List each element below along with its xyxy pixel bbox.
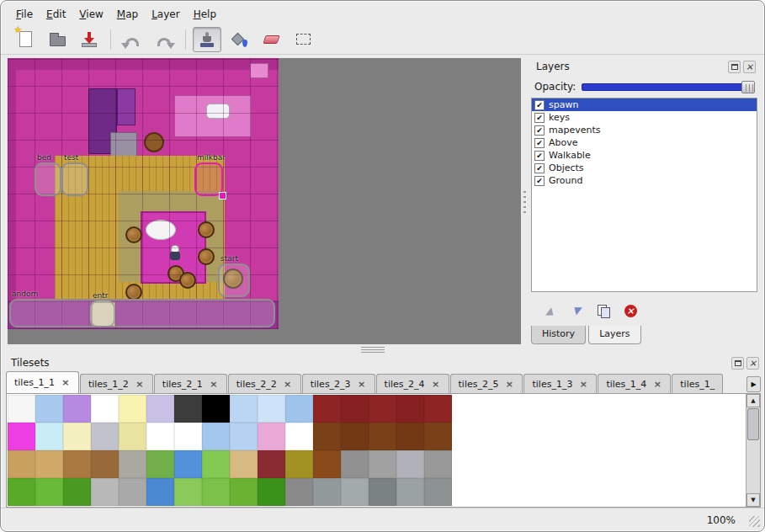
tileset-tab-tiles_2_5[interactable]: tiles_2_5 <box>450 374 523 393</box>
menu-item-view[interactable]: View <box>72 6 109 23</box>
tileset-tab-tiles_1_1[interactable]: tiles_1_1 <box>6 371 79 393</box>
horizontal-splitter[interactable] <box>4 344 759 354</box>
tileset-tab-tiles_2_2[interactable]: tiles_2_2 <box>228 374 301 393</box>
tab-close-icon[interactable] <box>61 378 71 388</box>
tab-close-icon[interactable] <box>135 379 145 389</box>
tileset-tab-tiles_1_3[interactable]: tiles_1_3 <box>523 374 597 393</box>
tab-close-icon[interactable] <box>283 379 293 389</box>
tileset-tile[interactable] <box>258 450 285 478</box>
tileset-tile[interactable] <box>230 450 258 478</box>
open-file-button[interactable] <box>43 27 72 52</box>
tileset-tab-tiles_2_1[interactable]: tiles_2_1 <box>154 374 227 393</box>
tileset-tile[interactable] <box>341 423 369 450</box>
tileset-tile[interactable] <box>369 478 396 506</box>
tileset-tile[interactable] <box>35 450 63 478</box>
layer-row-Above[interactable]: Above <box>532 136 757 149</box>
tileset-tile[interactable] <box>8 478 35 506</box>
map-object-milkbar[interactable]: milkbar <box>194 162 223 196</box>
layer-visibility-checkbox[interactable] <box>534 113 545 123</box>
tileset-tile[interactable] <box>174 450 202 478</box>
tileset-tile[interactable] <box>91 395 119 423</box>
float-button[interactable] <box>731 357 744 370</box>
map-view[interactable]: bedtestmilkbarstartentrandom <box>8 58 521 344</box>
layer-visibility-checkbox[interactable] <box>534 125 545 136</box>
tileset-view[interactable]: ▲ ▼ <box>6 393 761 508</box>
layer-row-mapevents[interactable]: mapevents <box>532 124 757 136</box>
tileset-tile[interactable] <box>369 423 396 450</box>
tileset-tile[interactable] <box>313 395 341 423</box>
tileset-tile[interactable] <box>174 423 202 450</box>
map-object-test[interactable]: test <box>61 162 88 196</box>
tileset-tile[interactable] <box>258 423 285 450</box>
tileset-tile[interactable] <box>63 450 91 478</box>
tileset-tile[interactable] <box>424 395 452 423</box>
vertical-splitter[interactable] <box>522 58 529 344</box>
tileset-tile[interactable] <box>35 423 63 450</box>
tileset-tile[interactable] <box>341 478 369 506</box>
tileset-tile[interactable] <box>91 478 119 506</box>
duplicate-layer-button[interactable] <box>595 302 612 319</box>
tab-close-icon[interactable] <box>578 379 588 389</box>
menu-item-file[interactable]: File <box>9 6 40 23</box>
scroll-down-button[interactable]: ▼ <box>746 493 760 507</box>
tileset-tile[interactable] <box>396 423 424 450</box>
tileset-tile[interactable] <box>91 423 119 450</box>
tab-close-icon[interactable] <box>209 379 219 389</box>
tileset-tile[interactable] <box>146 423 174 450</box>
tileset-tile[interactable] <box>396 450 424 478</box>
new-file-button[interactable] <box>11 27 40 52</box>
select-button[interactable] <box>289 27 317 52</box>
tileset-tile[interactable] <box>63 423 91 450</box>
bucket-fill-button[interactable] <box>225 27 253 52</box>
layer-row-Walkable[interactable]: Walkable <box>532 149 757 162</box>
tileset-tile[interactable] <box>35 478 63 506</box>
tileset-tile[interactable] <box>63 395 91 423</box>
map-object-bed[interactable]: bed <box>35 162 61 196</box>
redo-button[interactable] <box>150 27 178 52</box>
tab-close-icon[interactable] <box>357 379 367 389</box>
stamp-brush-button[interactable] <box>193 27 221 52</box>
tileset-tab-tiles_2_3[interactable]: tiles_2_3 <box>302 374 375 393</box>
tileset-tile[interactable] <box>230 395 258 423</box>
tileset-tile[interactable] <box>119 478 146 506</box>
tileset-tile[interactable] <box>396 478 424 506</box>
map-object-andom[interactable]: andom <box>9 299 275 327</box>
scroll-up-button[interactable]: ▲ <box>746 394 760 407</box>
tileset-tile[interactable] <box>258 478 285 506</box>
tileset-tile[interactable] <box>230 423 258 450</box>
tileset-tile[interactable] <box>369 395 396 423</box>
raise-layer-button[interactable] <box>541 302 558 319</box>
delete-layer-button[interactable] <box>622 302 639 319</box>
tileset-tile[interactable] <box>202 478 230 506</box>
tab-close-icon[interactable] <box>431 379 441 389</box>
tileset-tab-tiles_1_4[interactable]: tiles_1_4 <box>598 374 671 393</box>
tileset-tab-tiles_2_4[interactable]: tiles_2_4 <box>376 374 449 393</box>
close-button[interactable] <box>743 61 756 73</box>
tileset-tile[interactable] <box>202 423 230 450</box>
tileset-tile[interactable] <box>8 395 35 423</box>
save-button[interactable] <box>75 27 104 52</box>
eraser-button[interactable] <box>257 27 285 52</box>
tab-close-icon[interactable] <box>504 379 514 389</box>
map-object-start[interactable]: start <box>218 263 250 297</box>
resize-grip[interactable] <box>749 516 760 527</box>
tileset-tile[interactable] <box>146 395 174 423</box>
tileset-tile[interactable] <box>341 395 369 423</box>
tileset-tile[interactable] <box>285 450 313 478</box>
tileset-tile[interactable] <box>230 478 258 506</box>
layer-visibility-checkbox[interactable] <box>534 151 545 161</box>
menu-item-layer[interactable]: Layer <box>145 6 186 23</box>
tileset-tab-tiles_1_2[interactable]: tiles_1_2 <box>80 374 153 393</box>
tileset-tile[interactable] <box>285 423 313 450</box>
tileset-tile[interactable] <box>119 450 146 478</box>
tab-close-icon[interactable] <box>652 379 662 389</box>
tileset-tab-tiles_1_[interactable]: tiles_1_ <box>672 374 723 393</box>
opacity-slider-handle[interactable] <box>741 81 755 93</box>
tileset-tile[interactable] <box>174 395 202 423</box>
tileset-tile[interactable] <box>424 423 452 450</box>
menu-item-edit[interactable]: Edit <box>40 6 72 23</box>
layer-row-Objects[interactable]: Objects <box>532 162 757 174</box>
layer-visibility-checkbox[interactable] <box>534 100 545 110</box>
layer-row-Ground[interactable]: Ground <box>532 174 757 187</box>
tileset-tile[interactable] <box>119 423 146 450</box>
